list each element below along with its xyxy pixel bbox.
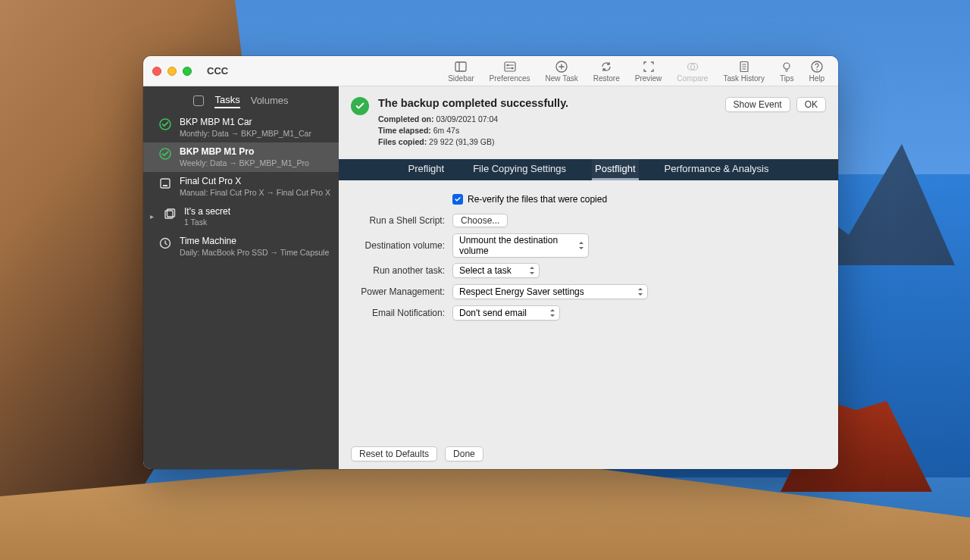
clock-icon <box>158 236 172 250</box>
task-list: BKP MBP M1 CarMonthly: Data → BKP_MBP_M1… <box>143 113 339 469</box>
choose-script-button[interactable]: Choose... <box>452 214 508 227</box>
segment-tab[interactable]: Preflight <box>405 159 447 180</box>
shell-script-label: Run a Shell Script: <box>354 215 445 226</box>
traffic-lights <box>143 67 201 76</box>
task-subtitle: Weekly: Data → BKP_MBP_M1_Pro <box>180 158 309 169</box>
ok-icon <box>158 147 172 161</box>
help-icon <box>810 60 824 74</box>
reverify-label: Re-verify the files that were copied <box>468 194 607 205</box>
status-line: Time elapsed: 6m 47s <box>378 125 716 136</box>
chevron-right-icon: ▸ <box>148 206 155 221</box>
task-title: BKP MBP M1 Pro <box>180 146 309 158</box>
svg-rect-23 <box>161 179 170 188</box>
toolbar-label: Sidebar <box>448 74 474 83</box>
bulb-icon <box>780 60 793 74</box>
toolbar-newtask-button[interactable]: New Task <box>538 57 586 86</box>
sidebar-icon <box>454 60 468 74</box>
sidebar-tab-volumes[interactable]: Volumes <box>251 93 289 108</box>
task-row[interactable]: Final Cut Pro XManual: Final Cut Pro X →… <box>143 172 339 202</box>
svg-rect-24 <box>163 185 167 186</box>
doc-icon <box>737 60 751 74</box>
titlebar: CCC SidebarPreferencesNew TaskRestorePre… <box>143 56 838 86</box>
toolbar-label: New Task <box>546 74 578 83</box>
svg-rect-2 <box>505 62 515 71</box>
toolbar: SidebarPreferencesNew TaskRestorePreview… <box>440 57 838 86</box>
power-select[interactable]: Respect Energy Saver settings <box>452 284 648 299</box>
status-area: The backup completed successfully. Compl… <box>339 86 838 159</box>
toolbar-help-button[interactable]: Help <box>801 57 832 86</box>
checkmark-icon <box>452 194 463 205</box>
app-window: CCC SidebarPreferencesNew TaskRestorePre… <box>143 56 838 469</box>
close-button[interactable] <box>152 67 161 76</box>
toolbar-label: Restore <box>593 74 620 83</box>
power-label: Power Management: <box>354 286 445 297</box>
toolbar-restore-button[interactable]: Restore <box>586 57 627 86</box>
run-another-select[interactable]: Select a task <box>452 263 540 278</box>
task-subtitle: Daily: MacBook Pro SSD → Time Capsule <box>180 248 329 258</box>
minimize-button[interactable] <box>167 67 177 76</box>
list-icon <box>193 95 204 106</box>
sliders-icon <box>503 60 517 74</box>
svg-point-16 <box>784 63 790 69</box>
status-title: The backup completed successfully. <box>378 97 716 109</box>
footer: Reset to Defaults Done <box>339 439 838 469</box>
toolbar-history-button[interactable]: Task History <box>715 57 771 86</box>
dest-volume-select[interactable]: Unmount the destination volume <box>452 233 589 258</box>
sidebar-tab-tasks[interactable]: Tasks <box>214 92 239 108</box>
task-subtitle: Manual: Final Cut Pro X → Final Cut Pro … <box>180 188 330 199</box>
scan-icon <box>642 60 656 74</box>
toolbar-preferences-button[interactable]: Preferences <box>482 57 538 86</box>
show-event-button[interactable]: Show Event <box>725 97 790 112</box>
email-select[interactable]: Don't send email <box>452 305 560 321</box>
toolbar-sidebar-button[interactable]: Sidebar <box>440 57 481 86</box>
task-subtitle: Monthly: Data → BKP_MBP_M1_Car <box>180 129 311 139</box>
segment-tab[interactable]: Postflight <box>592 159 638 180</box>
toolbar-label: Compare <box>677 74 708 83</box>
toolbar-label: Preview <box>635 74 662 83</box>
plus-circle-icon <box>555 60 568 74</box>
toolbar-preview-button[interactable]: Preview <box>627 57 670 86</box>
task-row[interactable]: BKP MBP M1 ProWeekly: Data → BKP_MBP_M1_… <box>143 142 339 172</box>
sidebar-tabs: Tasks Volumes <box>143 86 339 113</box>
zoom-button[interactable] <box>183 67 192 76</box>
main-content: The backup completed successfully. Compl… <box>339 86 838 469</box>
group-icon <box>163 207 177 221</box>
toolbar-label: Preferences <box>490 74 530 83</box>
toolbar-compare-button: Compare <box>669 57 715 86</box>
email-label: Email Notification: <box>354 308 445 318</box>
task-title: Final Cut Pro X <box>180 176 330 188</box>
toolbar-label: Tips <box>780 74 794 83</box>
sidebar: Tasks Volumes BKP MBP M1 CarMonthly: Dat… <box>143 86 339 469</box>
disk-icon <box>158 177 172 190</box>
task-subtitle: 1 Task <box>184 217 230 228</box>
ok-button[interactable]: OK <box>796 97 826 112</box>
toolbar-tips-button[interactable]: Tips <box>772 57 802 86</box>
postflight-form: Re-verify the files that were copied Run… <box>339 180 838 439</box>
segment-tab[interactable]: File Copying Settings <box>470 159 569 180</box>
segment-bar: PreflightFile Copying SettingsPostflight… <box>339 159 838 180</box>
app-title: CCC <box>207 65 228 77</box>
task-title: BKP MBP M1 Car <box>180 117 311 129</box>
task-row[interactable]: BKP MBP M1 CarMonthly: Data → BKP_MBP_M1… <box>143 113 339 142</box>
segment-tab[interactable]: Performance & Analysis <box>662 159 772 180</box>
task-title: Time Machine <box>180 236 329 248</box>
success-icon <box>351 97 369 115</box>
run-another-label: Run another task: <box>354 265 445 276</box>
done-button[interactable]: Done <box>445 446 483 461</box>
ok-icon <box>158 117 172 131</box>
svg-rect-0 <box>455 62 466 71</box>
compare-icon <box>686 60 699 74</box>
task-title: It's a secret <box>184 206 230 218</box>
toolbar-label: Task History <box>723 74 764 83</box>
reset-defaults-button[interactable]: Reset to Defaults <box>351 446 437 461</box>
task-row[interactable]: Time MachineDaily: MacBook Pro SSD → Tim… <box>143 232 339 261</box>
sidebar-tab-list-icon[interactable] <box>193 94 204 108</box>
dest-volume-label: Destination volume: <box>354 240 445 251</box>
task-row[interactable]: ▸It's a secret1 Task <box>143 202 339 232</box>
reverify-checkbox[interactable]: Re-verify the files that were copied <box>452 194 607 205</box>
svg-point-20 <box>816 69 818 70</box>
status-line: Completed on: 03/09/2021 07:04 <box>378 114 716 125</box>
refresh-icon <box>599 60 613 74</box>
toolbar-label: Help <box>809 74 824 83</box>
status-line: Files copied: 29 922 (91,39 GB) <box>378 136 716 148</box>
